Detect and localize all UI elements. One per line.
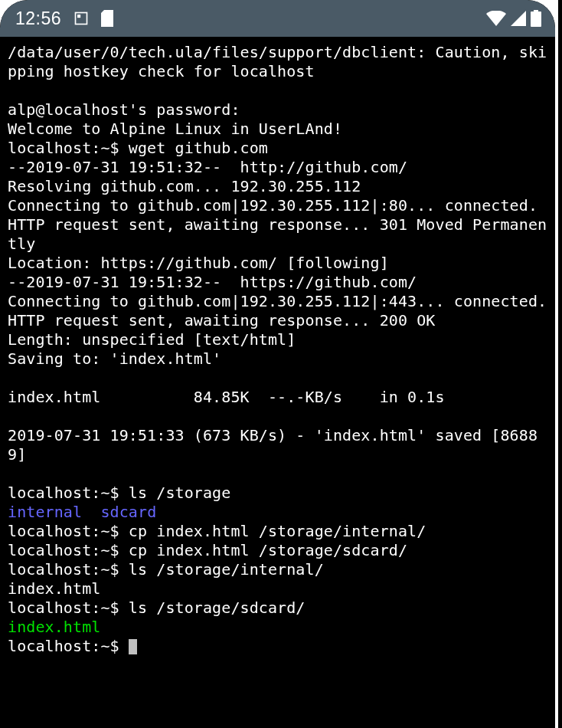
svg-rect-3 (531, 11, 541, 27)
terminal-line: localhost:~$ wget github.com (8, 139, 547, 158)
statusbar-right (486, 10, 541, 27)
terminal-line (8, 369, 547, 388)
device-frame: 12:56 (0, 0, 555, 728)
terminal-line: Connecting to github.com|192.30.255.112|… (8, 292, 547, 311)
terminal-line: Location: https://github.com/ [following… (8, 254, 547, 273)
terminal-prompt: localhost:~$ (8, 637, 129, 655)
terminal-line: Resolving github.com... 192.30.255.112 (8, 177, 547, 196)
status-bar: 12:56 (0, 0, 555, 37)
svg-rect-0 (76, 13, 87, 25)
scroll-edge (558, 0, 562, 728)
cell-signal-icon (511, 11, 526, 26)
terminal-line: index.html (8, 618, 547, 637)
terminal-line: Saving to: 'index.html' (8, 349, 547, 369)
battery-icon (531, 10, 541, 27)
terminal-line: HTTP request sent, awaiting response... … (8, 311, 547, 330)
svg-rect-2 (534, 10, 538, 11)
sd-card-icon (101, 10, 115, 27)
terminal-line (8, 407, 547, 426)
terminal-line: internal sdcard (8, 503, 547, 522)
terminal-text (82, 503, 100, 521)
terminal-line: --2019-07-31 19:51:32-- http://github.co… (8, 158, 547, 177)
terminal-text: sdcard (100, 503, 156, 521)
terminal-line: localhost:~$ cp index.html /storage/sdca… (8, 541, 547, 560)
terminal-line: 2019-07-31 19:51:33 (673 KB/s) - 'index.… (8, 426, 547, 464)
terminal-line: index.html 84.85K --.-KB/s in 0.1s (8, 388, 547, 407)
terminal-line: localhost:~$ ls /storage (8, 484, 547, 503)
terminal-line: localhost:~$ ls /storage/sdcard/ (8, 598, 547, 618)
terminal-output[interactable]: /data/user/0/tech.ula/files/support/dbcl… (0, 37, 555, 656)
terminal-line: --2019-07-31 19:51:32-- https://github.c… (8, 273, 547, 292)
terminal-line: alp@localhost's password: (8, 100, 547, 120)
terminal-line: Welcome to Alpine Linux in UserLAnd! (8, 120, 547, 139)
terminal-line: Length: unspecified [text/html] (8, 330, 547, 349)
terminal-line: /data/user/0/tech.ula/files/support/dbcl… (8, 43, 547, 81)
statusbar-left: 12:56 (15, 8, 115, 29)
terminal-line: localhost:~$ (8, 637, 547, 656)
statusbar-clock: 12:56 (15, 8, 61, 29)
terminal-line (8, 81, 547, 100)
terminal-text: index.html (8, 618, 100, 636)
terminal-cursor (129, 639, 137, 654)
terminal-line: index.html (8, 579, 547, 598)
terminal-text: internal (8, 503, 82, 521)
wifi-icon (486, 11, 506, 26)
aspect-ratio-icon (74, 11, 89, 26)
terminal-line: localhost:~$ cp index.html /storage/inte… (8, 522, 547, 541)
terminal-line: Connecting to github.com|192.30.255.112|… (8, 196, 547, 215)
svg-rect-1 (77, 15, 80, 18)
terminal-line: localhost:~$ ls /storage/internal/ (8, 560, 547, 579)
terminal-line: HTTP request sent, awaiting response... … (8, 215, 547, 254)
terminal-line (8, 464, 547, 484)
